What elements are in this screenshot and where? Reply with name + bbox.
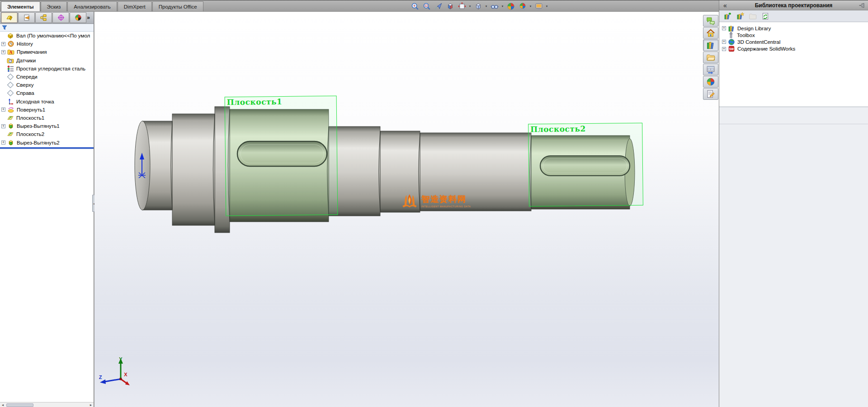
display-style-button[interactable] xyxy=(472,1,484,11)
propertymanager-tab-button[interactable] xyxy=(18,12,35,23)
view-settings-icon xyxy=(535,2,543,10)
tab-office-products[interactable]: Продукты Office xyxy=(152,1,203,11)
apply-scene-dropdown[interactable]: ▾ xyxy=(528,5,533,8)
add-to-library-button[interactable] xyxy=(722,11,733,21)
watermark-subtitle: INTELLIGENT MANUFACTURING DATA xyxy=(421,205,471,208)
expand-toggle[interactable]: + xyxy=(722,47,726,51)
displaymanager-icon xyxy=(75,14,82,21)
annotations-icon xyxy=(7,48,14,56)
tab-sketch[interactable]: Эскиз xyxy=(41,1,67,11)
tree-root-part[interactable]: Вал (По умолчанию<<По умол xyxy=(0,32,94,40)
expand-toggle[interactable]: + xyxy=(1,108,5,112)
displaymanager-tab-button[interactable] xyxy=(70,12,86,23)
edit-appearance-button[interactable] xyxy=(505,1,516,11)
manager-overflow-chevron[interactable]: » xyxy=(87,14,90,21)
tab-evaluate[interactable]: Анализировать xyxy=(67,1,117,11)
expand-toggle[interactable]: + xyxy=(1,50,5,54)
previous-view-button[interactable] xyxy=(433,1,444,11)
library-item-design-library[interactable]: + Design Library xyxy=(719,25,868,32)
custom-properties-button[interactable] xyxy=(703,88,718,100)
view-palette-button[interactable] xyxy=(703,64,718,75)
panel-header: « Библиотека проектирования xyxy=(719,0,868,10)
hide-show-items-dropdown[interactable]: ▾ xyxy=(500,5,505,8)
tree-item-annotations[interactable]: + Примечания xyxy=(0,48,94,56)
add-file-location-button[interactable] xyxy=(734,11,745,21)
cut-extrude-icon xyxy=(7,122,14,130)
design-library-panel: « Библиотека проектирования + Design Lib… xyxy=(719,0,868,407)
origin-icon xyxy=(7,98,14,105)
tree-item-origin[interactable]: Исходная точка xyxy=(0,98,94,106)
section-view-button[interactable] xyxy=(444,1,456,11)
appearances-scenes-button[interactable] xyxy=(703,76,718,88)
tree-item-material[interactable]: Простая углеродистая сталь xyxy=(0,65,94,73)
file-explorer-button[interactable] xyxy=(703,51,718,63)
chat-icon xyxy=(706,16,715,25)
plane1-label: Плоскость1 xyxy=(227,97,283,107)
tree-item-revolve1[interactable]: + Повернуть1 xyxy=(0,106,94,114)
rollback-bar[interactable] xyxy=(0,147,94,149)
add-to-library-icon xyxy=(723,12,731,20)
plane-icon xyxy=(7,81,14,89)
tree-item-right-plane[interactable]: Справа xyxy=(0,89,94,97)
tree-item-plane2[interactable]: Плоскость2 xyxy=(0,130,94,138)
solidworks-window: Элементы Эскиз Анализировать DimXpert Пр… xyxy=(0,0,868,407)
library-tree: + Design Library Toolbox + 3D ContentCen… xyxy=(719,25,868,52)
feature-tree: Вал (По умолчанию<<По умол + History + П… xyxy=(0,32,94,147)
tree-item-front-plane[interactable]: Спереди xyxy=(0,73,94,81)
tree-item-sensors[interactable]: Датчики xyxy=(0,56,94,65)
solidworks-forum-button[interactable] xyxy=(703,15,718,27)
library-item-3d-contentcentral[interactable]: + 3D ContentCentral xyxy=(719,38,868,45)
sensors-icon xyxy=(7,57,14,64)
graphics-viewport[interactable]: Плоскость1 Плоскость2 智造资料网 INTELLIGENT … xyxy=(94,12,719,407)
tab-dimxpert[interactable]: DimXpert xyxy=(118,1,152,11)
library-item-toolbox[interactable]: Toolbox xyxy=(719,32,868,38)
scrollbar-thumb[interactable] xyxy=(6,403,33,407)
view-orientation-button[interactable] xyxy=(456,1,467,11)
tree-item-cut-extrude1[interactable]: + Вырез-Вытянуть1 xyxy=(0,122,94,130)
dimxpertmanager-icon xyxy=(57,14,65,21)
tree-item-history[interactable]: + History xyxy=(0,40,94,48)
dimxpertmanager-tab-button[interactable] xyxy=(52,12,69,23)
expand-toggle[interactable]: + xyxy=(1,140,5,145)
zoom-to-area-button[interactable] xyxy=(421,1,432,11)
expand-toggle[interactable]: + xyxy=(1,42,5,46)
solidworks-resources-button[interactable] xyxy=(703,27,718,39)
top-toolbar-strip: Элементы Эскиз Анализировать DimXpert Пр… xyxy=(0,0,719,12)
scroll-left-arrow[interactable]: ◄ xyxy=(0,403,5,407)
apply-scene-button[interactable] xyxy=(517,1,528,11)
tree-filter-bar[interactable] xyxy=(0,24,94,32)
feature-manager-panel: » Вал (По умолчанию<<По умол + History +… xyxy=(0,12,94,407)
display-style-dropdown[interactable]: ▾ xyxy=(484,5,488,8)
configurationmanager-tab-button[interactable] xyxy=(35,12,52,23)
view-orientation-dropdown[interactable]: ▾ xyxy=(468,5,472,8)
library-item-solidworks-content[interactable]: + Содержание SolidWorks xyxy=(719,46,868,52)
refresh-button[interactable] xyxy=(760,11,771,21)
reference-plane-icon xyxy=(7,131,14,138)
tab-features[interactable]: Элементы xyxy=(1,1,40,11)
expand-toggle[interactable]: + xyxy=(722,26,726,30)
featuremanager-tab-button[interactable] xyxy=(1,12,18,23)
tree-item-plane1[interactable]: Плоскость1 xyxy=(0,114,94,122)
expand-toggle[interactable]: + xyxy=(1,124,5,128)
configurationmanager-icon xyxy=(40,14,47,21)
view-settings-dropdown[interactable]: ▾ xyxy=(545,5,549,8)
triad-y-label: Y xyxy=(119,356,123,362)
design-library-button[interactable] xyxy=(703,39,718,51)
tree-item-top-plane[interactable]: Сверху xyxy=(0,81,94,89)
watermark-title: 智造资料网 xyxy=(421,194,471,205)
tree-horizontal-scrollbar[interactable]: ◄ ► xyxy=(0,402,94,407)
create-new-folder-button[interactable] xyxy=(747,11,758,21)
panel-pin-button[interactable] xyxy=(856,2,868,9)
view-palette-icon xyxy=(706,65,715,74)
scroll-right-arrow[interactable]: ► xyxy=(88,403,94,407)
selection-box-plane2[interactable]: Плоскость2 xyxy=(528,123,643,207)
expand-toggle[interactable]: + xyxy=(722,40,726,44)
hide-show-items-button[interactable] xyxy=(489,1,500,11)
apply-scene-icon xyxy=(519,2,527,10)
panel-collapse-button[interactable]: « xyxy=(719,2,731,9)
watermark-logo-icon xyxy=(401,192,419,209)
view-settings-button[interactable] xyxy=(533,1,544,11)
zoom-to-fit-button[interactable] xyxy=(409,1,420,11)
tree-item-cut-extrude2[interactable]: + Вырез-Вытянуть2 xyxy=(0,138,94,146)
selection-box-plane1[interactable]: Плоскость1 xyxy=(225,96,338,216)
